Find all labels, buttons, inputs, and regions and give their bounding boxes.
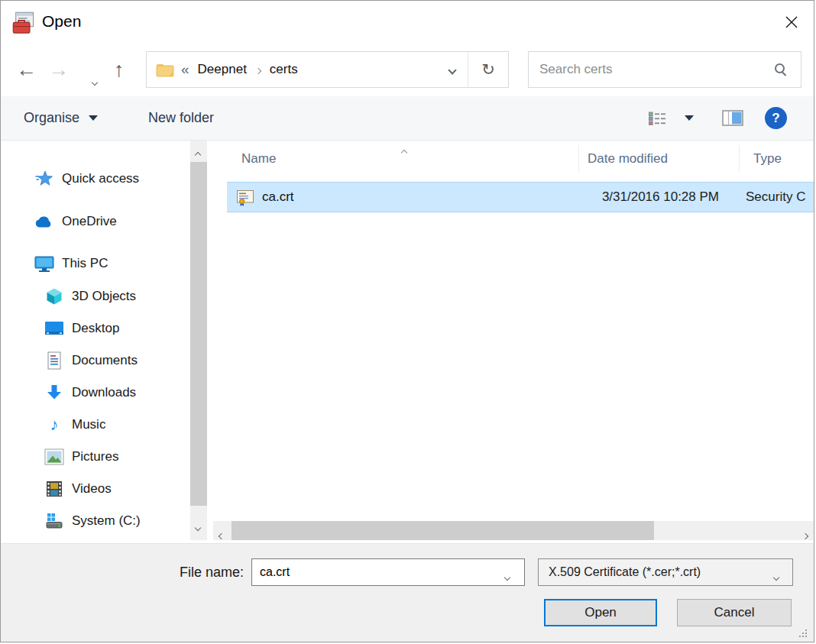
open-button[interactable]: Open	[544, 599, 657, 626]
file-name-cell: ca.crt	[262, 183, 294, 212]
sidebar-item-onedrive[interactable]: OneDrive	[34, 210, 117, 233]
address-bar[interactable]: « Deepnet certs ↻	[146, 51, 509, 88]
sidebar-item-videos[interactable]: Videos	[44, 477, 112, 500]
horizontal-scrollbar-thumb[interactable]	[232, 521, 654, 540]
preview-pane-icon	[722, 110, 743, 126]
this-pc-monitor-icon	[34, 254, 54, 273]
sidebar-item-documents[interactable]: Documents	[44, 349, 138, 372]
navigation-bar: ← → ↑ « Deepnet certs ↻	[1, 44, 814, 96]
sidebar-item-label: Downloads	[72, 385, 136, 400]
file-date-cell: 3/31/2016 10:28 PM	[577, 183, 719, 212]
column-header-type[interactable]: Type	[753, 141, 782, 177]
pictures-icon	[44, 448, 64, 466]
scroll-left-icon[interactable]	[219, 528, 224, 542]
sidebar-item-label: System (C:)	[72, 513, 141, 529]
file-type-select[interactable]: X.509 Certificate (*.cer;*.crt)	[538, 558, 793, 586]
file-list-header: Name Date modified Type	[213, 141, 814, 177]
column-divider[interactable]	[739, 145, 740, 173]
sidebar-item-this-pc[interactable]: This PC	[34, 252, 108, 275]
desktop-icon	[44, 319, 64, 338]
window-title: Open	[42, 12, 81, 31]
sidebar-item-label: OneDrive	[62, 214, 117, 229]
sidebar-scrollbar[interactable]	[190, 141, 207, 540]
scroll-up-icon[interactable]	[196, 147, 200, 160]
sidebar-item-pictures[interactable]: Pictures	[44, 445, 118, 468]
views-dropdown-icon[interactable]	[685, 96, 694, 140]
new-folder-label: New folder	[148, 110, 214, 126]
scroll-down-icon[interactable]	[196, 519, 200, 533]
organise-button[interactable]: Organise	[24, 96, 98, 140]
close-icon	[784, 15, 799, 30]
column-header-date-modified[interactable]: Date modified	[588, 141, 668, 177]
app-toolbox-icon	[11, 11, 36, 35]
sidebar-item-label: Desktop	[72, 321, 119, 336]
open-file-dialog: Open ← → ↑ « Deepnet certs ↻	[0, 0, 814, 642]
sidebar-item-label: This PC	[62, 256, 108, 271]
up-icon[interactable]: ↑	[114, 58, 125, 81]
organise-dropdown-icon	[89, 115, 98, 121]
sidebar-item-label: Videos	[72, 481, 112, 497]
refresh-icon[interactable]: ↻	[468, 60, 508, 79]
forward-icon[interactable]: →	[48, 58, 69, 81]
file-name-dropdown-chevron-icon[interactable]	[505, 569, 510, 583]
command-bar: Organise New folder	[1, 96, 814, 141]
system-drive-icon	[44, 512, 64, 530]
file-type-dropdown-chevron-icon	[774, 569, 779, 583]
sidebar-item-label: Music	[72, 417, 105, 432]
certificate-icon	[236, 189, 254, 207]
horizontal-scrollbar[interactable]	[213, 521, 814, 540]
new-folder-button[interactable]: New folder	[148, 96, 214, 140]
onedrive-cloud-icon	[34, 212, 54, 231]
sidebar-item-label: Quick access	[62, 171, 139, 186]
cancel-button[interactable]: Cancel	[677, 599, 792, 626]
resize-grip-icon[interactable]	[799, 629, 808, 639]
downloads-arrow-icon	[44, 383, 64, 402]
back-icon[interactable]: ←	[16, 58, 37, 81]
file-name-label: File name:	[138, 558, 244, 586]
breadcrumb-separator-icon	[256, 63, 261, 76]
documents-icon	[44, 351, 64, 370]
music-note-icon: ♪	[44, 416, 64, 434]
column-divider[interactable]	[578, 145, 579, 173]
3d-objects-cube-icon	[44, 287, 64, 306]
sort-ascending-icon	[402, 144, 406, 158]
close-button[interactable]	[779, 10, 805, 34]
preview-pane-button[interactable]	[722, 96, 743, 140]
file-name-input[interactable]	[251, 558, 525, 586]
sidebar-item-label: Pictures	[72, 449, 118, 464]
address-dropdown-chevron-icon[interactable]	[449, 63, 455, 76]
recent-locations-chevron-icon[interactable]	[92, 66, 97, 89]
file-row-ca-crt[interactable]: ca.crt 3/31/2016 10:28 PM Security C	[227, 182, 814, 212]
search-box	[528, 51, 801, 88]
sidebar-item-3d-objects[interactable]: 3D Objects	[44, 285, 136, 308]
search-icon[interactable]	[775, 63, 787, 76]
help-button[interactable]: ?	[765, 107, 787, 129]
help-icon: ?	[772, 111, 779, 126]
title-bar: Open	[1, 1, 814, 44]
sidebar-item-desktop[interactable]: Desktop	[44, 317, 119, 340]
sidebar-item-label: Documents	[72, 353, 138, 368]
details-view-icon	[649, 112, 668, 125]
breadcrumb-overflow[interactable]: «	[181, 61, 189, 78]
folder-icon	[156, 62, 174, 77]
sidebar-item-music[interactable]: ♪ Music	[44, 413, 105, 436]
organise-label: Organise	[24, 110, 79, 126]
views-button[interactable]	[649, 96, 668, 140]
breadcrumb-certs[interactable]: certs	[270, 62, 298, 77]
scroll-right-icon[interactable]	[803, 528, 808, 542]
search-input[interactable]	[529, 52, 801, 87]
quick-access-star-icon	[34, 170, 54, 188]
column-header-name[interactable]: Name	[241, 141, 276, 177]
sidebar-item-label: 3D Objects	[72, 289, 136, 304]
sidebar-scrollbar-thumb[interactable]	[190, 162, 207, 506]
sidebar-item-downloads[interactable]: Downloads	[44, 381, 136, 404]
file-type-value: X.509 Certificate (*.cer;*.crt)	[549, 565, 701, 578]
sidebar-item-quick-access[interactable]: Quick access	[34, 167, 139, 190]
dialog-footer: File name: X.509 Certificate (*.cer;*.cr…	[1, 543, 814, 642]
file-type-cell: Security C	[746, 183, 814, 212]
sidebar-item-system-c[interactable]: System (C:)	[44, 510, 141, 532]
breadcrumb-deepnet[interactable]: Deepnet	[198, 62, 247, 77]
videos-film-icon	[44, 480, 64, 498]
navigation-pane: Quick access OneDrive This PC	[1, 141, 213, 543]
